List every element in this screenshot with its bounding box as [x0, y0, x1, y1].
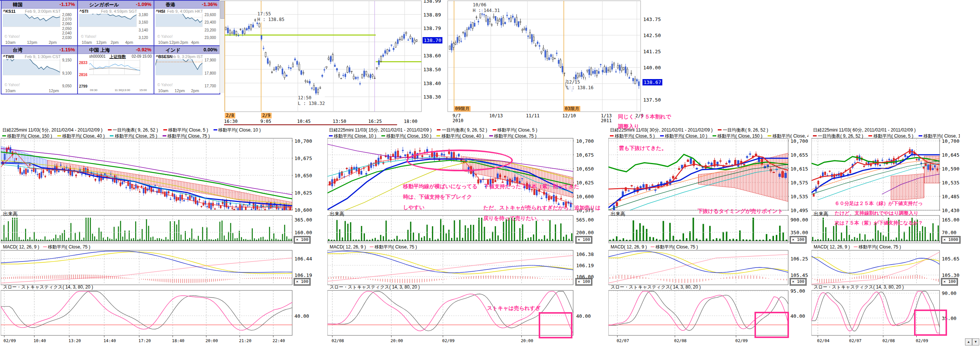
volume-axis-label: 350.00	[791, 230, 808, 236]
panel-header-row2: 移動平均( Close, 150 )移動平均( Close, 40 )移動平均(…	[2, 133, 324, 138]
panel-time-label: 14:40	[103, 338, 116, 343]
panel-time-label: 17:20	[138, 338, 151, 343]
volume-multiplier-badge: × 100	[576, 237, 592, 243]
panel-time-label: 02/07	[849, 338, 862, 343]
macd-axis-label: 105.45	[791, 272, 808, 278]
macd-multiplier-badge: × 100	[942, 279, 957, 285]
indicator-label: 日経225mini 11/03( 5分, 2011/02/04 - 2011/0…	[2, 127, 103, 133]
indicator-label: 日経225mini 11/03( 60分, 2011/02/01 - 2011/…	[813, 127, 916, 133]
handwritten-annotation: 下抜けるタイミングが売りポイント	[698, 206, 783, 216]
panel-time-label: 18:40	[172, 338, 184, 343]
stochastics-header: スロー・ストキャスティクス( 14, 3, 80, 20 )	[611, 284, 700, 290]
indicator-label: 移動平均( Close, 40 )	[57, 133, 105, 138]
handwritten-annotation: 同じく、７５本割れで 調整入り	[618, 111, 671, 131]
panel-time-label: 02/09	[735, 338, 748, 343]
volume-label: 出来高	[611, 211, 625, 217]
macd-axis-label: 106.19	[576, 263, 594, 268]
panel-0-chart[interactable]	[1, 126, 293, 347]
volume-axis-label: 160.00	[294, 230, 312, 236]
volume-axis-label: 70.00	[942, 230, 956, 236]
panel-price-label: 10,535	[942, 180, 959, 186]
panel-header-row2: 移動平均( Close, 10 )移動平均( Close, 150 )移動平均(…	[329, 133, 605, 138]
indicator-label: 日経225mini 11/03( 15分, 2011/02/01 - 2011/…	[329, 127, 431, 133]
macd-ma-label: 移動平均( Close, 75 )	[655, 244, 698, 250]
handwritten-annotation: 下値支持だった７５本（紫）割ってきた	[484, 181, 579, 191]
volume-axis-label: 900.00	[791, 217, 808, 223]
panel-time-label: 20:00	[521, 338, 533, 343]
panel-time-label: 02/04	[817, 338, 829, 343]
panel-price-label: 10,650	[576, 166, 594, 172]
panel-time-label: 21:20	[239, 338, 251, 343]
macd-header: MACD( 12, 26, 9 ) 移動平均( Close, 75 )	[3, 244, 90, 250]
macd-ma-marker	[370, 246, 374, 247]
panel-price-label: 10,650	[294, 173, 312, 178]
highlight-ellipse	[406, 150, 513, 171]
macd-multiplier-badge: × 100	[576, 279, 592, 285]
volume-multiplier-badge: × 100	[294, 237, 310, 243]
panel-header-row1: 日経225mini 11/03( 60分, 2011/02/01 - 2011/…	[813, 127, 960, 133]
panel-price-label: 10,495	[791, 208, 808, 213]
panel-time-label: 02/08	[331, 338, 344, 343]
panel-time-label: 02/09	[3, 338, 16, 343]
stoch-axis-label: 40.00	[576, 313, 591, 319]
panel-time-label: 20:00	[391, 338, 403, 343]
panel-price-label: 10,575	[791, 180, 808, 186]
panel-price-label: 10,700	[791, 138, 808, 144]
indicator-label: 一目均衡表( 9, 26, 52 )	[108, 127, 158, 133]
stoch-axis-label: 90.00	[942, 290, 956, 296]
panel-time-label: 13:20	[68, 338, 81, 343]
macd-ma-label: 移動平均( Close, 75 )	[859, 244, 901, 250]
stoch-axis-label: 40.00	[791, 313, 805, 319]
indicator-label: 移動平均( Close, 150 )	[713, 133, 762, 138]
indicator-label: 移動平均( Close, 5 )	[163, 127, 208, 133]
panel-price-label: 10,625	[294, 190, 312, 196]
volume-axis-label: 200.00	[576, 230, 594, 236]
panel-price-label: 10,535	[791, 194, 808, 199]
volume-multiplier-badge: × 100	[791, 237, 806, 243]
indicator-label: 移動平均( Close, 150 )	[2, 133, 52, 138]
panel-price-label: 10,675	[294, 156, 312, 161]
indicator-label: 移動平均( Close, 5 )	[493, 127, 538, 133]
handwritten-annotation: ストキャは売られすぎ	[487, 304, 541, 312]
volume-axis-label: 165.00	[942, 217, 959, 223]
panel-header-row2: 移動平均( Close, 5 )移動平均( Close, 10 )移動平均( C…	[610, 133, 808, 138]
indicator-label: 移動平均( Close, 10 )	[660, 133, 707, 138]
stoch-axis-label: 40.00	[294, 313, 309, 319]
panel-time-label: 22:40	[272, 338, 285, 343]
indicator-label: 移動平均( Close, 10 )	[329, 133, 376, 138]
panel-time-label: 02/09	[916, 338, 928, 343]
macd-multiplier-badge: × 100	[791, 279, 806, 285]
indicator-label: 移動平均( Close, 75 )	[162, 133, 210, 138]
highlight-box	[914, 310, 947, 336]
indicator-label: 移動平均( Close, 25 )	[110, 133, 157, 138]
scroll-up-button[interactable]: ▲	[965, 338, 972, 345]
macd-header: MACD( 12, 26, 9 ) 移動平均( Close, 75 )	[330, 244, 417, 250]
scroll-down-button[interactable]: ▼	[972, 338, 979, 345]
macd-axis-label: 106.25	[791, 256, 808, 261]
panel-time-label: 10:40	[33, 338, 46, 343]
panel-price-label: 10,700	[294, 138, 312, 144]
stochastics-header: スロー・ストキャスティクス( 14, 3, 80, 20 )	[330, 284, 420, 290]
trading-workspace: { "widgets": { "copyright": "© Yahoo!", …	[0, 0, 980, 347]
macd-ma-marker	[651, 246, 654, 247]
indicator-label: 一目均衡表( 9, 26, 52 )	[813, 133, 863, 138]
indicator-label: 移動平均( Close, 5 )	[869, 133, 913, 138]
macd-axis-label: 106.38	[576, 251, 594, 257]
indicator-label: 移動平均( Close, 10 )	[213, 127, 261, 133]
macd-header: MACD( 12, 26, 9 ) 移動平均( Close, 75 )	[814, 244, 901, 250]
volume-axis-label: 365.00	[294, 217, 312, 223]
panel-time-label: 02/08	[883, 338, 895, 343]
stochastics-header: スロー・ストキャスティクス( 14, 3, 80, 20 )	[3, 284, 93, 290]
macd-header: MACD( 12, 26, 9 ) 移動平均( Close, 75 )	[611, 244, 698, 250]
indicator-label: 移動平均( Close, 40 )	[768, 133, 808, 138]
volume-label: 出来高	[3, 211, 18, 217]
panel-price-label: 10,675	[576, 152, 594, 158]
volume-label: 出来高	[814, 211, 828, 217]
volume-label: 出来高	[330, 211, 344, 217]
nikkei-panels: 10,70010,67510,65010,62510,600出来高365.001…	[0, 0, 980, 347]
panel-price-label: 10,645	[942, 152, 959, 158]
macd-multiplier-badge: × 100	[294, 279, 310, 285]
macd-ma-marker	[854, 246, 858, 247]
indicator-label: 移動平均( Close, 10 )	[919, 133, 960, 138]
macd-ma-label: 移動平均( Close, 75 )	[375, 244, 417, 250]
